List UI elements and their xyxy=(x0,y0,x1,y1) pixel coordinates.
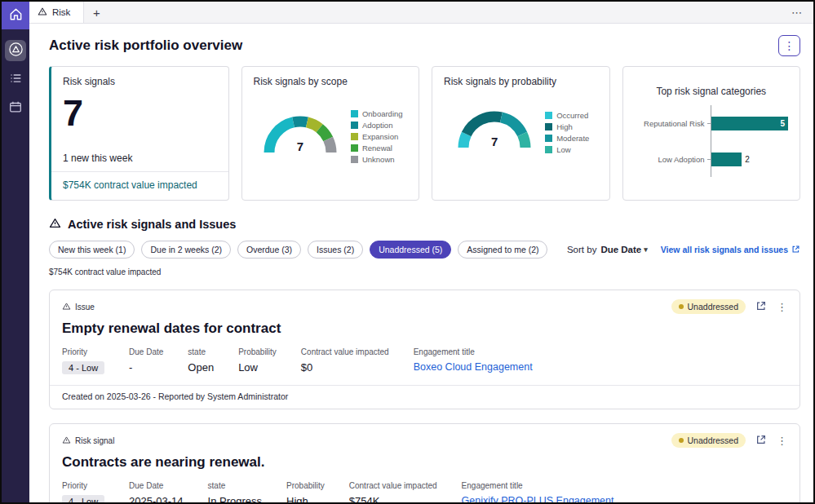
bar-value: 2 xyxy=(745,155,750,164)
legend-swatch xyxy=(351,133,358,140)
filter-due-in-2-weeks[interactable]: Due in 2 weeks (2) xyxy=(141,241,231,259)
app-window: Risk + ⋯ Active risk portfolio overview … xyxy=(0,0,815,504)
divider xyxy=(51,171,228,172)
legend-item: Unknown xyxy=(351,155,403,164)
legend-label: Renewal xyxy=(362,144,392,153)
external-link-icon xyxy=(791,245,800,255)
page-menu-button[interactable]: ⋮ xyxy=(778,35,800,56)
risk-by-scope-card: Risk signals by scope 7OnboardingAdoptio… xyxy=(241,66,420,201)
open-in-new-button[interactable] xyxy=(755,434,767,448)
legend-swatch xyxy=(545,135,552,142)
kebab-icon: ⋮ xyxy=(784,40,795,51)
issue-title: Empty renewal dates for contract xyxy=(62,321,787,337)
view-all-link[interactable]: View all risk signals and issues xyxy=(661,245,800,255)
sort-selected-value: Due Date xyxy=(600,245,641,254)
sort-dropdown[interactable]: Due Date ▾ xyxy=(600,245,647,254)
status-badge: Unaddressed xyxy=(671,299,746,314)
filters-right-group: Sort by Due Date ▾ View all risk signals… xyxy=(567,245,800,255)
bar: 5 xyxy=(711,117,789,130)
card-menu-button[interactable]: ⋮ xyxy=(777,301,787,313)
sort-by-label: Sort by xyxy=(567,245,596,254)
page-title: Active risk portfolio overview xyxy=(49,38,242,54)
legend-swatch xyxy=(545,112,552,119)
impact-note: $754K contract value impacted xyxy=(49,267,800,276)
legend-label: Expansion xyxy=(362,132,398,141)
bar-value: 5 xyxy=(780,119,788,128)
legend-label: Low xyxy=(556,145,570,154)
page-header: Active risk portfolio overview ⋮ xyxy=(49,35,800,56)
overview-cards-row: Risk signals 7 1 new this week $754K con… xyxy=(49,66,800,201)
filter-overdue[interactable]: Overdue (3) xyxy=(237,241,301,259)
legend-item: Renewal xyxy=(351,144,403,153)
card-type: Issue xyxy=(62,302,95,312)
filter-unaddressed[interactable]: Unaddressed (5) xyxy=(370,241,451,259)
legend-item: Onboarding xyxy=(351,109,403,118)
legend-item: Low xyxy=(545,145,589,154)
legend-label: Occurred xyxy=(556,111,588,120)
legend-swatch xyxy=(545,146,552,153)
legend-swatch xyxy=(545,123,552,130)
legend-label: Adoption xyxy=(362,121,393,130)
legend-item: Adoption xyxy=(351,121,403,130)
top-categories-card: Top risk signal categories Reputational … xyxy=(622,66,801,201)
card-title: Risk signals xyxy=(63,76,217,87)
sidebar-item-risk[interactable] xyxy=(5,40,26,61)
risk-signal-title: Contracts are nearing renewal. xyxy=(62,454,787,471)
chart-legend: OccurredHighModerateLow xyxy=(545,108,589,157)
legend-item: High xyxy=(545,122,589,131)
status-dot xyxy=(679,304,684,309)
legend-label: High xyxy=(556,122,573,131)
card-menu-button[interactable]: ⋮ xyxy=(777,435,787,447)
tab-overflow-button[interactable]: ⋯ xyxy=(781,2,813,23)
bar-row: Reputational Risk5 xyxy=(635,105,789,141)
chevron-down-icon: ▾ xyxy=(644,245,648,254)
filter-assigned-to-me[interactable]: Assigned to me (2) xyxy=(458,241,547,259)
open-in-new-button[interactable] xyxy=(755,300,767,314)
tab-risk[interactable]: Risk xyxy=(29,2,84,23)
new-this-week-text: 1 new this week xyxy=(63,153,217,164)
bar-label: Low Adoption xyxy=(635,155,705,164)
tab-bar: Risk + ⋯ xyxy=(29,2,813,24)
legend-swatch xyxy=(351,144,358,152)
field-row: Priority4 - Low Due Date- stateOpen Prob… xyxy=(62,347,787,374)
warning-triangle-icon xyxy=(62,435,71,446)
risk-alert-icon xyxy=(8,42,24,60)
bar-area: 5 xyxy=(711,105,789,141)
list-icon xyxy=(8,71,23,88)
legend-swatch xyxy=(351,110,358,117)
sidebar-item-calendar[interactable] xyxy=(5,97,26,118)
bar-label: Reputational Risk xyxy=(635,119,705,128)
chart-legend: OnboardingAdoptionExpansionRenewalUnknow… xyxy=(351,107,403,166)
gauge-chart: 7 xyxy=(452,107,537,157)
legend-label: Onboarding xyxy=(362,109,403,118)
engagement-link[interactable]: Boxeo Cloud Engagement xyxy=(414,361,533,373)
legend-item: Moderate xyxy=(545,134,589,143)
gauge-total: 7 xyxy=(452,135,537,148)
warning-triangle-icon xyxy=(62,302,71,312)
tab-label: Risk xyxy=(52,7,70,17)
filters-row: New this week (1) Due in 2 weeks (2) Ove… xyxy=(49,241,800,259)
status-badge: Unaddressed xyxy=(671,433,746,448)
home-logo-button[interactable] xyxy=(2,2,29,29)
main-area: Risk + ⋯ Active risk portfolio overview … xyxy=(29,2,813,502)
card-title: Risk signals by probability xyxy=(444,76,598,87)
filter-new-this-week[interactable]: New this week (1) xyxy=(49,241,135,259)
calendar-icon xyxy=(8,99,23,117)
card-type: Risk signal xyxy=(62,435,114,446)
risk-signal-card: Risk signal Unaddressed ⋮ Contracts are … xyxy=(49,423,800,502)
priority-chip: 4 - Low xyxy=(62,495,104,502)
legend-swatch xyxy=(351,122,358,129)
gauge-total: 7 xyxy=(258,139,343,153)
filter-issues[interactable]: Issues (2) xyxy=(308,241,363,259)
categories-bar-chart: Reputational Risk5Low Adoption2 xyxy=(635,105,789,177)
probability-gauge-chart: 7OccurredHighModerateLow xyxy=(444,107,598,157)
scope-gauge-chart: 7OnboardingAdoptionExpansionRenewalUnkno… xyxy=(254,107,408,166)
sidebar-item-list[interactable] xyxy=(5,69,26,90)
engagement-link[interactable]: Genixify PRO-PLUS Engagement xyxy=(462,495,614,502)
gauge-chart: 7 xyxy=(258,112,343,162)
new-tab-button[interactable]: + xyxy=(84,2,109,23)
issue-card: Issue Unaddressed ⋮ Empty renewal dates … xyxy=(49,290,800,409)
card-title: Top risk signal categories xyxy=(635,86,789,97)
risk-signal-count: 7 xyxy=(63,94,217,132)
home-icon xyxy=(8,7,24,24)
